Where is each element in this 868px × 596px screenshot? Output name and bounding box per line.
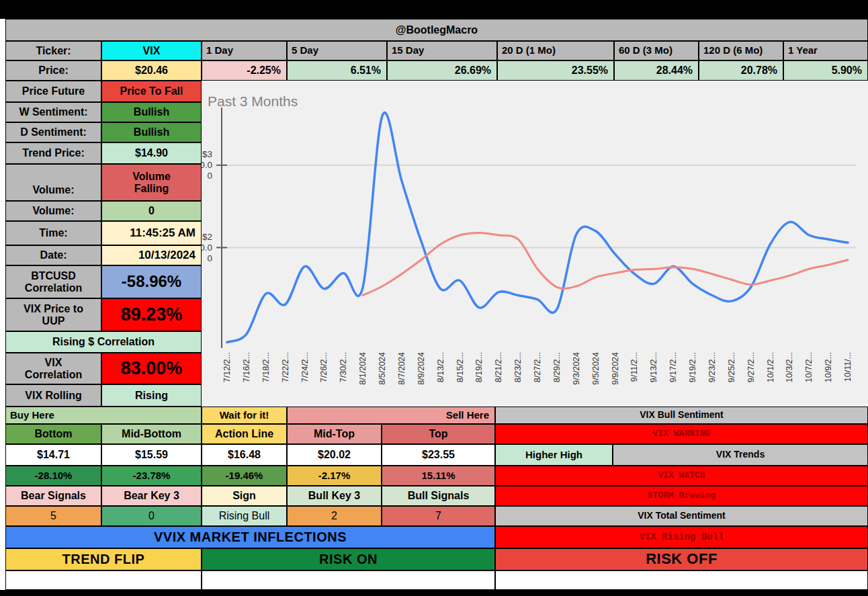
series-vix-price <box>227 113 848 343</box>
signal-value-bear-key3: 0 <box>101 506 202 526</box>
rising-correlation-banner: Rising $ Correlation <box>5 331 202 353</box>
x-tick-label: 9/17/2... <box>668 352 678 382</box>
vix-rising-bull-banner: VIX Rising Bull <box>495 526 868 548</box>
vix-uup-label: VIX Price to UUP <box>5 298 101 331</box>
x-tick-label: 10/7/2... <box>804 352 814 382</box>
y-tick-label: $20.00 <box>202 232 212 263</box>
vvix-inflections-banner: VVIX MARKET INFLECTIONS <box>5 526 495 548</box>
signal-value-sign: Rising Bull <box>202 506 287 526</box>
x-tick-label: 7/24/2... <box>300 352 310 382</box>
vix-bull-sentiment-title: VIX Bull Sentiment <box>495 407 868 424</box>
x-tick-label: 8/21/2... <box>494 352 503 382</box>
d-sentiment-value: Bullish <box>101 122 202 142</box>
signal-value-bull-key3: 2 <box>287 506 382 526</box>
storm-brewing-banner: STORM Brewing <box>495 486 868 506</box>
w-sentiment-value: Bullish <box>101 102 202 122</box>
x-tick-label: 8/27/2... <box>533 352 542 382</box>
vix-warning-banner: VIX WARNING <box>495 424 868 444</box>
empty-cell-right <box>495 570 868 590</box>
x-tick-label: 8/19/2... <box>474 352 484 382</box>
change-20d: 23.55% <box>497 60 614 81</box>
vix-trends-title: VIX Trends <box>613 444 868 466</box>
x-tick-label: 8/7/2024 <box>397 352 406 385</box>
period-header-15day: 15 Day <box>387 41 497 60</box>
signal-value-bear-signals: 5 <box>5 506 101 526</box>
volume-status-text: Volume Falling <box>120 171 184 195</box>
x-tick-label: 9/19/2... <box>688 352 697 382</box>
vix-rolling-value: Rising <box>101 384 202 407</box>
change-1day: -2.25% <box>202 60 287 81</box>
higher-high-cell: Higher High <box>495 444 613 466</box>
date-label: Date: <box>5 245 101 265</box>
vix-correlation-label-text: VIX Correlation <box>23 357 85 381</box>
x-tick-label: 8/5/2024 <box>378 352 387 385</box>
signal-header-bull-signals: Bull Signals <box>382 486 495 506</box>
x-tick-label: 7/12/2... <box>222 352 232 382</box>
level-change-mid-bottom: -23.78% <box>101 466 202 486</box>
level-header-mid-bottom: Mid-Bottom <box>101 424 202 444</box>
price-chart: $30.00$20.007/12/2...7/16/2...7/18/2...7… <box>202 81 868 407</box>
vix-total-sentiment-title: VIX Total Sentiment <box>495 506 868 526</box>
x-tick-label: 7/22/2... <box>281 352 290 382</box>
level-price-mid-top: $20.02 <box>287 444 382 466</box>
trend-price-label: Trend Price: <box>5 142 101 164</box>
vix-correlation-value: 83.00% <box>101 353 202 384</box>
letterbox-top <box>0 0 868 19</box>
empty-cell-middle <box>202 570 495 590</box>
level-price-top: $23.55 <box>382 444 495 466</box>
signal-header-bear-key3: Bear Key 3 <box>101 486 202 506</box>
y-tick-label: $30.00 <box>202 149 212 181</box>
vix-uup-value: 89.23% <box>101 298 202 331</box>
time-value: 11:45:25 AM <box>101 221 202 245</box>
x-tick-label: 8/13/2... <box>436 352 445 382</box>
x-tick-label: 10/9/2... <box>824 352 833 382</box>
level-price-bottom: $14.71 <box>5 444 101 466</box>
x-tick-label: 7/30/2... <box>339 352 348 382</box>
level-change-mid-top: -2.17% <box>287 466 382 486</box>
price-future-value: Price To Fall <box>101 81 202 102</box>
chart-svg: $30.00$20.007/12/2...7/16/2...7/18/2...7… <box>202 81 868 407</box>
x-tick-label: 7/26/2... <box>319 352 329 382</box>
x-tick-label: 7/18/2... <box>261 352 271 382</box>
x-tick-label: 9/11/2... <box>630 352 639 382</box>
vix-dashboard: @BootlegMacro Ticker: VIX 1 Day 5 Day 15… <box>0 0 868 596</box>
level-header-mid-top: Mid-Top <box>287 424 382 444</box>
ticker-label: Ticker: <box>5 41 101 60</box>
x-tick-label: 9/25/2... <box>727 352 736 382</box>
period-header-5day: 5 Day <box>287 41 387 60</box>
x-tick-label: 9/27/2... <box>746 352 756 382</box>
page-title: @BootlegMacro <box>5 19 868 41</box>
signal-header-bear-signals: Bear Signals <box>5 486 101 506</box>
change-5day: 6.51% <box>287 60 387 81</box>
signal-value-bull-signals: 7 <box>382 506 495 526</box>
period-header-60d: 60 D (3 Mo) <box>614 41 699 60</box>
zone-sell-here: Sell Here <box>287 407 495 424</box>
x-tick-label: 7/16/2... <box>242 352 251 382</box>
btcusd-correlation-label: BTCUSD Correlation <box>5 265 101 298</box>
x-tick-label: 8/29/2... <box>552 352 562 382</box>
x-tick-label: 8/23/2... <box>513 352 523 382</box>
price-future-label: Price Future <box>5 81 101 102</box>
x-tick-label: 9/9/2024 <box>611 352 620 385</box>
level-change-top: 15.11% <box>382 466 495 486</box>
vix-rolling-label: VIX Rolling <box>5 384 101 407</box>
change-1year: 5.90% <box>783 60 868 81</box>
w-sentiment-label: W Sentiment: <box>5 102 101 122</box>
signal-header-sign: Sign <box>202 486 287 506</box>
btcusd-label-text: BTCUSD Correlation <box>21 270 86 294</box>
volume-status-value: Volume Falling <box>101 164 202 201</box>
period-header-1year: 1 Year <box>783 41 868 60</box>
change-120d: 20.78% <box>699 60 783 81</box>
vix-correlation-label: VIX Correlation <box>5 353 101 384</box>
signal-header-bull-key3: Bull Key 3 <box>287 486 382 506</box>
x-tick-label: 10/3/2... <box>785 352 794 382</box>
change-60d: 28.44% <box>614 60 699 81</box>
price-label: Price: <box>5 60 101 81</box>
vix-uup-label-text: VIX Price to UUP <box>20 303 87 327</box>
d-sentiment-label: D Sentiment: <box>5 122 101 142</box>
level-header-top: Top <box>382 424 495 444</box>
ticker-symbol: VIX <box>101 41 202 60</box>
price-value: $20.46 <box>101 60 202 81</box>
risk-off-banner: RISK OFF <box>495 548 868 570</box>
zone-buy-here: Buy Here <box>5 407 202 424</box>
